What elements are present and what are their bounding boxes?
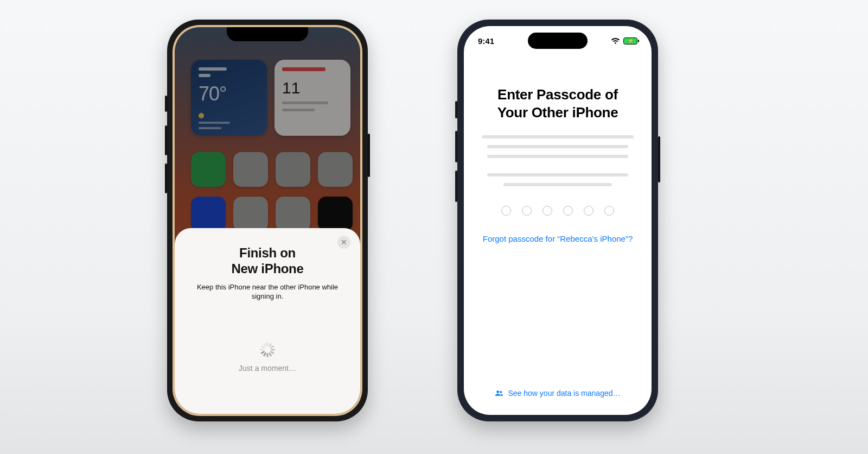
notch (227, 27, 308, 41)
passcode-dot (584, 206, 593, 216)
volume-up-button (165, 125, 167, 155)
sheet-subtitle: Keep this iPhone near the other iPhone w… (190, 282, 345, 301)
app-icon (318, 152, 353, 187)
placeholder-line (503, 183, 612, 186)
data-managed-link[interactable]: See how your data is managed… (464, 389, 652, 398)
volume-down-button (455, 171, 457, 202)
old-iphone-screen: 70° 11 ✕ Finish on New i (175, 27, 360, 414)
sheet-title: Finish on New iPhone (190, 245, 345, 277)
wifi-icon (611, 37, 620, 45)
old-iphone-device: 70° 11 ✕ Finish on New i (167, 20, 368, 421)
passcode-dot (501, 206, 511, 216)
forgot-passcode-link[interactable]: Forgot passcode for “Rebecca’s iPhone”? (480, 234, 635, 243)
placeholder-line (482, 135, 634, 138)
svg-point-1 (500, 391, 502, 393)
action-button (455, 101, 457, 118)
spinner-icon (260, 342, 275, 357)
people-icon (495, 390, 503, 396)
battery-charging-icon: ⚡ (623, 37, 637, 45)
passcode-input[interactable] (480, 206, 635, 216)
side-button (658, 136, 660, 182)
mute-switch (165, 96, 167, 112)
weather-widget: 70° (191, 60, 267, 136)
app-icon (191, 197, 226, 231)
data-managed-label: See how your data is managed… (508, 389, 620, 398)
placeholder-line (487, 145, 628, 148)
sheet-status: Just a moment… (175, 364, 360, 373)
calendar-widget: 11 (275, 60, 350, 136)
volume-up-button (455, 131, 457, 162)
finish-on-new-iphone-sheet: ✕ Finish on New iPhone Keep this iPhone … (175, 228, 360, 414)
app-icon (233, 197, 268, 231)
calendar-day: 11 (282, 79, 343, 97)
weather-temperature: 70° (199, 83, 259, 105)
placeholder-line (487, 155, 628, 158)
passcode-dot (604, 206, 614, 216)
volume-down-button (165, 163, 167, 193)
passcode-dot (542, 206, 552, 216)
passcode-dot (522, 206, 532, 216)
status-time: 9:41 (478, 36, 494, 46)
app-icon (318, 197, 353, 231)
side-button (368, 134, 370, 177)
sun-icon (199, 113, 204, 118)
close-icon[interactable]: ✕ (337, 236, 350, 249)
new-iphone-device: 9:41 ⚡ Enter Passcode of Your Other iPho… (457, 20, 658, 421)
passcode-dot (563, 206, 573, 216)
app-icon (191, 152, 226, 187)
app-icon (276, 197, 310, 231)
new-iphone-screen: 9:41 ⚡ Enter Passcode of Your Other iPho… (464, 26, 652, 415)
dynamic-island (528, 33, 588, 49)
app-icon (233, 152, 268, 187)
app-icon (276, 152, 310, 187)
svg-point-0 (497, 390, 500, 393)
passcode-title: Enter Passcode of Your Other iPhone (480, 86, 635, 121)
placeholder-line (487, 173, 628, 176)
